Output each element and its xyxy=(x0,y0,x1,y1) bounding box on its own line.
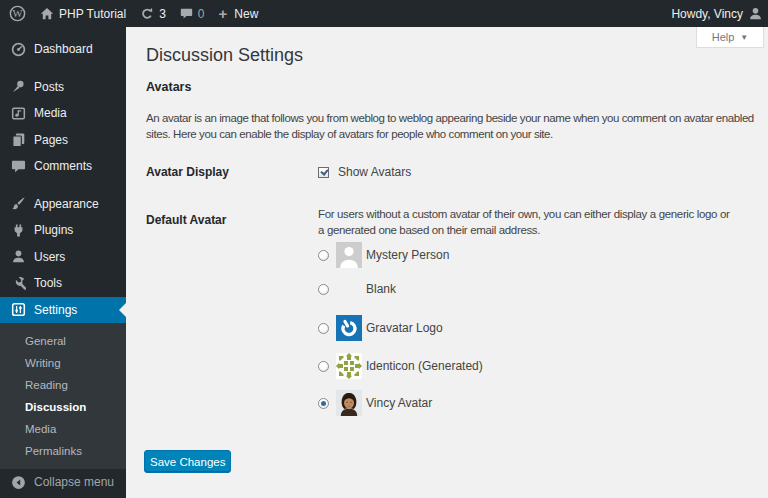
default-avatar-row: Default Avatar For users without a custo… xyxy=(146,207,768,416)
sidebar-item-appearance[interactable]: Appearance xyxy=(0,191,126,218)
radio-mystery[interactable] xyxy=(318,250,329,261)
pages-icon xyxy=(11,132,26,147)
section-heading: Avatars xyxy=(146,80,768,94)
media-icon xyxy=(11,106,26,121)
comments-count: 0 xyxy=(198,7,205,21)
sidebar-item-label: Dashboard xyxy=(34,42,93,56)
default-avatar-options: Mystery Person Blank xyxy=(318,242,768,416)
avatar-option-gravatar[interactable]: Gravatar Logo xyxy=(318,315,768,341)
submenu-item-general[interactable]: General xyxy=(0,330,126,352)
default-avatar-description: For users without a custom avatar of the… xyxy=(318,207,734,238)
collapse-icon xyxy=(11,475,26,490)
gravatar-logo-avatar xyxy=(336,315,362,341)
comments-icon xyxy=(11,159,26,174)
submenu-item-media[interactable]: Media xyxy=(0,418,126,440)
collapse-menu-label: Collapse menu xyxy=(34,475,114,489)
main-content: Help ▼ Discussion Settings Avatars An av… xyxy=(126,27,768,498)
sidebar-item-label: Tools xyxy=(34,276,62,290)
blank-avatar xyxy=(336,289,362,290)
new-label: New xyxy=(234,7,258,21)
sidebar-item-label: Users xyxy=(34,250,65,264)
page-title: Discussion Settings xyxy=(126,27,768,66)
updates-icon xyxy=(140,7,154,21)
avatar-option-identicon[interactable]: Identicon (Generated) xyxy=(318,353,768,379)
avatar-option-blank[interactable]: Blank xyxy=(318,281,768,297)
show-avatars-checkbox[interactable] xyxy=(318,167,329,178)
admin-bar: W PHP Tutorial 3 0 + New Howdy, Vincy xyxy=(0,0,768,27)
avatar-display-row: Avatar Display Show Avatars xyxy=(146,165,768,179)
comments-menu[interactable]: 0 xyxy=(173,0,212,27)
default-avatar-label: Default Avatar xyxy=(146,207,318,416)
radio-blank[interactable] xyxy=(318,284,329,295)
wordpress-icon: W xyxy=(9,5,26,22)
new-menu[interactable]: + New xyxy=(212,0,266,27)
home-icon xyxy=(40,7,54,21)
sidebar-item-label: Media xyxy=(34,106,67,120)
site-name: PHP Tutorial xyxy=(59,7,126,21)
admin-sidebar: Dashboard Posts Media Pa xyxy=(0,27,126,498)
sidebar-item-tools[interactable]: Tools xyxy=(0,270,126,297)
my-account-menu[interactable]: Howdy, Vincy xyxy=(664,0,768,27)
radio-gravatar[interactable] xyxy=(318,323,329,334)
updates-menu[interactable]: 3 xyxy=(133,0,173,27)
save-changes-button[interactable]: Save Changes xyxy=(144,450,231,473)
users-icon xyxy=(11,249,26,264)
user-avatar-icon xyxy=(748,6,763,21)
settings-icon xyxy=(11,302,26,317)
sidebar-item-media[interactable]: Media xyxy=(0,100,126,127)
appearance-icon xyxy=(11,196,26,211)
plus-icon: + xyxy=(219,6,228,21)
tools-icon xyxy=(11,276,26,291)
sidebar-item-label: Pages xyxy=(34,133,68,147)
section-description: An avatar is an image that follows you f… xyxy=(146,110,767,142)
dashboard-icon xyxy=(11,42,26,57)
avatar-option-mystery[interactable]: Mystery Person xyxy=(318,242,768,268)
svg-text:W: W xyxy=(12,8,22,19)
help-label: Help xyxy=(712,31,735,43)
help-button[interactable]: Help ▼ xyxy=(696,27,764,48)
plugins-icon xyxy=(11,223,26,238)
sidebar-item-label: Appearance xyxy=(34,197,99,211)
sidebar-item-pages[interactable]: Pages xyxy=(0,127,126,154)
collapse-menu-button[interactable]: Collapse menu xyxy=(0,469,126,495)
sidebar-item-label: Plugins xyxy=(34,223,73,237)
sidebar-item-comments[interactable]: Comments xyxy=(0,153,126,180)
show-avatars-option[interactable]: Show Avatars xyxy=(318,165,768,179)
sidebar-item-plugins[interactable]: Plugins xyxy=(0,217,126,244)
sidebar-item-users[interactable]: Users xyxy=(0,244,126,271)
sidebar-item-label: Settings xyxy=(34,303,77,317)
wordpress-logo[interactable]: W xyxy=(0,0,33,27)
sidebar-item-label: Posts xyxy=(34,80,64,94)
show-avatars-label: Show Avatars xyxy=(338,165,411,179)
submenu-item-permalinks[interactable]: Permalinks xyxy=(0,440,126,462)
radio-vincy-selected[interactable] xyxy=(318,398,329,409)
menu-separator xyxy=(0,63,126,74)
howdy-text: Howdy, Vincy xyxy=(671,7,743,21)
submenu-item-discussion[interactable]: Discussion xyxy=(0,396,126,418)
sidebar-item-posts[interactable]: Posts xyxy=(0,74,126,101)
sidebar-item-dashboard[interactable]: Dashboard xyxy=(0,36,126,63)
radio-identicon[interactable] xyxy=(318,361,329,372)
settings-submenu: General Writing Reading Discussion Media… xyxy=(0,323,126,469)
posts-icon xyxy=(11,79,26,94)
avatar-option-vincy[interactable]: Vincy Avatar xyxy=(318,390,768,416)
chevron-down-icon: ▼ xyxy=(740,33,748,42)
submenu-item-reading[interactable]: Reading xyxy=(0,374,126,396)
vincy-photo-avatar xyxy=(336,390,362,416)
mystery-person-avatar xyxy=(336,242,362,268)
comments-icon xyxy=(180,7,193,20)
settings-form: Avatar Display Show Avatars Default Avat… xyxy=(146,165,768,473)
submenu-item-writing[interactable]: Writing xyxy=(0,352,126,374)
avatar-display-label: Avatar Display xyxy=(146,165,318,179)
updates-count: 3 xyxy=(159,7,166,21)
site-menu[interactable]: PHP Tutorial xyxy=(33,0,133,27)
identicon-avatar xyxy=(336,353,362,379)
sidebar-item-label: Comments xyxy=(34,159,92,173)
sidebar-item-settings[interactable]: Settings xyxy=(0,297,126,324)
menu-separator xyxy=(0,180,126,191)
